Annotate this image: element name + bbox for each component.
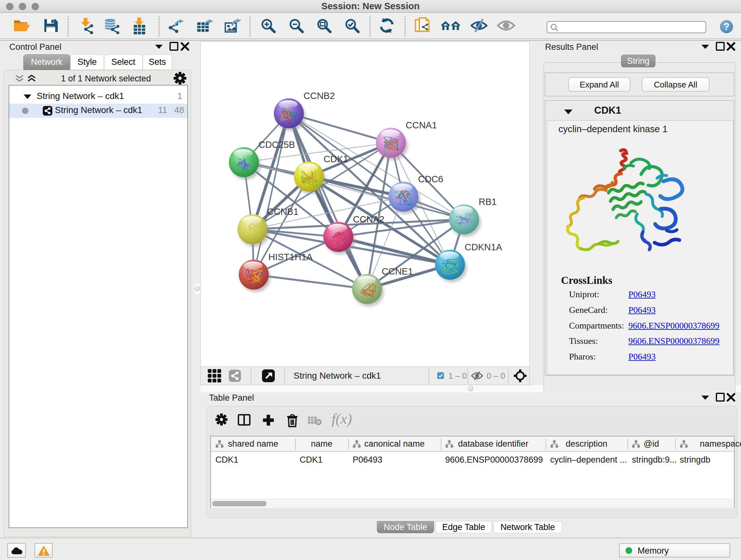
svg-text:CDK1: CDK1 xyxy=(324,154,348,164)
svg-text:CCNA1: CCNA1 xyxy=(406,120,437,130)
svg-text:CDC6: CDC6 xyxy=(418,174,443,184)
svg-text:CDKN1A: CDKN1A xyxy=(465,242,502,252)
svg-text:CCNE1: CCNE1 xyxy=(382,266,413,276)
svg-text:RB1: RB1 xyxy=(479,197,496,207)
svg-text:CCNA2: CCNA2 xyxy=(353,214,384,225)
svg-text:HIST1H1A: HIST1H1A xyxy=(268,252,313,262)
svg-text:CCNB1: CCNB1 xyxy=(267,206,298,217)
svg-text:CDC25B: CDC25B xyxy=(259,139,295,150)
svg-text:CCNB2: CCNB2 xyxy=(304,91,335,101)
